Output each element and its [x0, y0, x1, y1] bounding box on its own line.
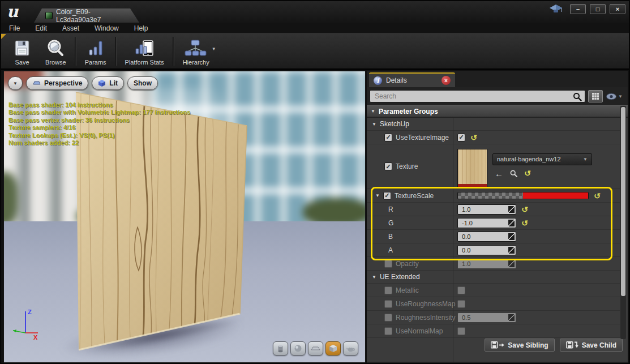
expander-icon: ▼: [372, 275, 376, 280]
shape-cube-button[interactable]: [325, 341, 341, 356]
save-sibling-label: Save Sibling: [508, 341, 548, 349]
save-sibling-button[interactable]: Save Sibling: [485, 339, 554, 352]
teapot-icon: [346, 345, 355, 353]
group-label: SketchUp: [380, 120, 409, 128]
plane-icon: [311, 345, 320, 352]
window-controls: – □ ×: [549, 4, 625, 14]
display-filter-button[interactable]: [588, 90, 603, 102]
platform-stats-button[interactable]: Platform Stats: [118, 34, 171, 68]
b-value-input[interactable]: 0.0: [457, 232, 516, 242]
use-selected-asset-icon[interactable]: ←: [495, 169, 503, 178]
opacity-value-input[interactable]: 1.0: [457, 259, 516, 269]
browse-to-asset-icon[interactable]: [510, 170, 517, 177]
browse-button[interactable]: Browse: [38, 34, 73, 68]
column-divider[interactable]: [453, 118, 453, 362]
details-tab-close-icon[interactable]: ×: [442, 76, 451, 85]
tutorial-cap-icon[interactable]: [549, 4, 563, 14]
info-icon: i: [374, 76, 382, 85]
viewport-options-button[interactable]: ▼: [8, 76, 23, 90]
param-enable-checkbox[interactable]: [384, 327, 392, 335]
value-drag-icon[interactable]: [508, 233, 515, 240]
param-enable-checkbox[interactable]: [384, 300, 392, 308]
menu-file[interactable]: File: [9, 24, 20, 32]
params-button[interactable]: Params: [78, 34, 113, 68]
value-drag-icon[interactable]: [508, 206, 515, 213]
browse-magnifier-icon: [46, 39, 65, 57]
platform-stats-label: Platform Stats: [125, 59, 164, 66]
reset-to-default-icon[interactable]: ↺: [594, 192, 601, 200]
menu-asset[interactable]: Asset: [62, 24, 79, 32]
reset-to-default-icon[interactable]: ↺: [524, 169, 531, 177]
toolbar: Save Browse Params: [1, 33, 629, 70]
maximize-button[interactable]: □: [590, 4, 606, 14]
expander-icon[interactable]: ▼: [375, 193, 380, 198]
r-value-input[interactable]: 1.0: [457, 204, 516, 215]
reset-to-default-icon[interactable]: ↺: [521, 205, 528, 213]
details-body: ▼ SketchUp ✓ UseTextureImage ✓ ↺: [367, 118, 628, 362]
close-button[interactable]: ×: [610, 4, 625, 14]
param-enable-checkbox[interactable]: ✓: [384, 162, 392, 170]
stats-line: Base pass shader with Volumetric Lightma…: [8, 109, 190, 116]
view-options-button[interactable]: ▼: [606, 93, 625, 100]
lit-mode-button[interactable]: Lit: [92, 76, 124, 90]
param-label: RoughnessIntensity: [396, 314, 455, 322]
hierarchy-dropdown-icon[interactable]: ▼: [212, 46, 216, 52]
a-value-input[interactable]: 0.0: [457, 245, 516, 255]
shape-teapot-button[interactable]: [343, 341, 358, 356]
tab-close-icon[interactable]: ×: [135, 12, 139, 20]
value-checkbox[interactable]: [457, 300, 465, 308]
asset-tab[interactable]: Color_E09-Lc3daa90a3e7 ×: [34, 8, 139, 23]
reset-to-default-icon[interactable]: ↺: [521, 219, 528, 227]
channel-label: A: [367, 246, 393, 254]
details-tab-label: Details: [386, 76, 407, 84]
vector-color-bar[interactable]: [457, 192, 589, 199]
details-tab[interactable]: i Details ×: [369, 72, 455, 87]
save-sibling-icon: [491, 341, 504, 349]
texture-asset-dropdown[interactable]: natural-bagenda_nw12 ▼: [492, 153, 592, 165]
hierarchy-button[interactable]: Hierarchy ▼: [176, 34, 216, 68]
material-preview-viewport[interactable]: ▼ Perspective Lit Show Ba: [3, 71, 366, 363]
param-label: UseTextureImage: [396, 134, 449, 142]
value-checkbox[interactable]: ✓: [457, 134, 465, 142]
stats-line: Base pass shader: 104 instructions: [8, 101, 190, 109]
value-drag-icon[interactable]: [508, 247, 515, 254]
menu-help[interactable]: Help: [134, 24, 148, 32]
preview-shape-buttons: [273, 341, 358, 356]
value-checkbox[interactable]: [457, 327, 465, 335]
shape-sphere-button[interactable]: [290, 341, 306, 356]
scrollbar-thumb[interactable]: [621, 107, 625, 296]
show-menu-button[interactable]: Show: [127, 76, 158, 90]
parameter-groups-header[interactable]: ▼ Parameter Groups: [367, 105, 628, 117]
menu-edit[interactable]: Edit: [35, 24, 47, 32]
parameter-groups-label: Parameter Groups: [379, 108, 438, 115]
param-enable-checkbox[interactable]: ✓: [383, 192, 391, 200]
param-label: TextureScale: [395, 192, 434, 200]
save-child-label: Save Child: [582, 341, 616, 349]
shape-cylinder-button[interactable]: [273, 341, 288, 356]
param-enable-checkbox[interactable]: [384, 314, 392, 322]
search-input[interactable]: [370, 91, 585, 102]
details-scrollbar[interactable]: [620, 106, 626, 339]
save-child-button[interactable]: Save Child: [560, 339, 623, 352]
details-footer: Save Sibling Save Child: [485, 339, 623, 352]
g-value-input[interactable]: -1.0: [457, 218, 516, 228]
value-drag-icon[interactable]: [508, 220, 515, 226]
minimize-button[interactable]: –: [570, 4, 586, 14]
perspective-button[interactable]: Perspective: [26, 76, 88, 90]
reset-to-default-icon[interactable]: ↺: [470, 134, 477, 142]
param-enable-checkbox[interactable]: [384, 286, 392, 294]
param-enable-checkbox[interactable]: [384, 260, 392, 268]
group-row-sketchup[interactable]: ▼ SketchUp: [367, 118, 620, 131]
shape-plane-button[interactable]: [308, 341, 323, 356]
channel-label: G: [367, 219, 393, 227]
toolbar-separator: [75, 37, 76, 66]
shader-stats-overlay: Base pass shader: 104 instructions Base …: [8, 101, 190, 147]
texture-thumbnail[interactable]: [457, 149, 487, 187]
browse-label: Browse: [45, 59, 66, 66]
menu-window[interactable]: Window: [95, 24, 119, 32]
value-checkbox[interactable]: [457, 286, 465, 294]
roughness-intensity-input[interactable]: 0.5: [457, 312, 516, 323]
param-enable-checkbox[interactable]: ✓: [384, 134, 392, 142]
save-button[interactable]: Save: [6, 34, 38, 68]
group-row-ue-extended[interactable]: ▼ UE Extended: [367, 271, 620, 284]
